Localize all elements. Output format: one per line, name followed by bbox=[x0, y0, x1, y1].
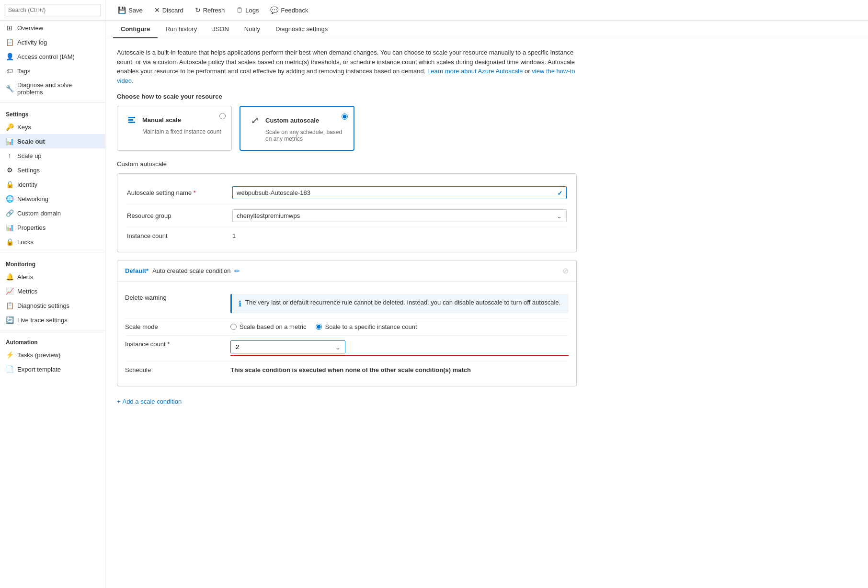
discard-button[interactable]: ✕ Discard bbox=[149, 4, 188, 16]
sidebar-item-properties[interactable]: 📊 Properties bbox=[0, 220, 105, 235]
autoscale-name-input[interactable] bbox=[232, 186, 567, 199]
monitoring-section-label: Monitoring bbox=[0, 255, 105, 270]
info-icon: ℹ bbox=[239, 299, 241, 308]
sidebar-item-metrics[interactable]: 📈 Metrics bbox=[0, 284, 105, 298]
sidebar-item-live-trace[interactable]: 🔄 Live trace settings bbox=[0, 313, 105, 327]
autoscale-name-control: ✓ bbox=[232, 186, 567, 199]
scale-mode-options: Scale based on a metric Scale to a speci… bbox=[230, 323, 569, 330]
scale-out-label: Scale out bbox=[17, 138, 45, 145]
resource-group-select[interactable]: chenyltestpremiumwps bbox=[232, 209, 567, 222]
alerts-label: Alerts bbox=[17, 273, 33, 281]
schedule-value: This scale condition is executed when no… bbox=[230, 366, 569, 373]
autoscale-name-row: Autoscale setting name * ✓ bbox=[127, 181, 567, 204]
schedule-text: This scale condition is executed when no… bbox=[230, 366, 471, 373]
scale-mode-radio-group: Scale based on a metric Scale to a speci… bbox=[230, 323, 569, 330]
scale-metric-radio[interactable] bbox=[230, 324, 237, 330]
tab-configure[interactable]: Configure bbox=[113, 21, 158, 38]
add-scale-condition-link[interactable]: + Add a scale condition bbox=[117, 398, 182, 405]
nav-diagnose[interactable]: 🔧 Diagnose and solve problems bbox=[0, 78, 105, 99]
sidebar-item-alerts[interactable]: 🔔 Alerts bbox=[0, 270, 105, 284]
save-icon: 💾 bbox=[118, 6, 126, 14]
feedback-button[interactable]: 💬 Feedback bbox=[265, 4, 313, 16]
sidebar-item-tasks[interactable]: ⚡ Tasks (preview) bbox=[0, 348, 105, 362]
custom-domain-icon: 🔗 bbox=[6, 209, 13, 217]
save-button[interactable]: 💾 Save bbox=[113, 4, 148, 16]
nav-tags-label: Tags bbox=[17, 68, 30, 75]
instance-count-select[interactable]: 2 1 3 4 5 bbox=[230, 340, 345, 353]
condition-default-label: Default* bbox=[125, 267, 148, 274]
scale-out-icon: 📊 bbox=[6, 137, 13, 145]
feedback-icon: 💬 bbox=[270, 6, 278, 14]
identity-icon: 🔒 bbox=[6, 181, 13, 188]
sidebar-item-diagnostic-settings[interactable]: 📋 Diagnostic settings bbox=[0, 298, 105, 313]
tab-json[interactable]: JSON bbox=[205, 21, 237, 38]
diagnostic-settings-label: Diagnostic settings bbox=[17, 302, 69, 309]
resource-group-label: Resource group bbox=[127, 212, 232, 219]
manual-scale-header: Manual scale bbox=[125, 114, 224, 125]
custom-autoscale-title: Custom autoscale bbox=[265, 117, 319, 124]
nav-overview[interactable]: ⊞ Overview bbox=[0, 21, 105, 35]
schedule-row: Schedule This scale condition is execute… bbox=[125, 362, 569, 378]
logs-icon: 🗒 bbox=[236, 6, 243, 14]
keys-icon: 🔑 bbox=[6, 123, 13, 131]
learn-more-link[interactable]: Learn more about Azure Autoscale bbox=[427, 68, 523, 75]
sidebar-item-networking[interactable]: 🌐 Networking bbox=[0, 192, 105, 206]
keys-label: Keys bbox=[17, 124, 31, 131]
sidebar-item-keys[interactable]: 🔑 Keys bbox=[0, 120, 105, 134]
nav-overview-label: Overview bbox=[17, 24, 43, 32]
networking-icon: 🌐 bbox=[6, 195, 13, 203]
condition-delete-icon[interactable]: ⊘ bbox=[562, 266, 569, 275]
nav-activity-log[interactable]: 📋 Activity log bbox=[0, 35, 105, 49]
condition-instance-count-label: Instance count * bbox=[125, 340, 230, 348]
custom-autoscale-desc: Scale on any schedule, based on any metr… bbox=[248, 129, 346, 142]
custom-autoscale-radio[interactable] bbox=[342, 113, 348, 121]
nav-access-control-label: Access control (IAM) bbox=[17, 53, 75, 60]
custom-autoscale-card[interactable]: ⤢ Custom autoscale Scale on any schedule… bbox=[240, 106, 354, 151]
nav-activity-log-label: Activity log bbox=[17, 39, 47, 46]
networking-label: Networking bbox=[17, 195, 48, 203]
scale-mode-row: Scale mode Scale based on a metric Scale… bbox=[125, 318, 569, 336]
tab-run-history[interactable]: Run history bbox=[158, 21, 205, 38]
add-condition-plus: + bbox=[117, 398, 121, 405]
sidebar-item-settings[interactable]: ⚙ Settings bbox=[0, 163, 105, 177]
custom-domain-label: Custom domain bbox=[17, 210, 61, 217]
description-text: Autoscale is a built-in feature that hel… bbox=[117, 48, 577, 85]
scale-options: Manual scale Maintain a fixed instance c… bbox=[117, 106, 857, 151]
instance-count-value: 1 bbox=[232, 232, 567, 239]
sidebar-item-locks[interactable]: 🔒 Locks bbox=[0, 235, 105, 249]
scale-up-label: Scale up bbox=[17, 152, 42, 159]
instance-count-row: Instance count 1 bbox=[127, 227, 567, 244]
tab-notify[interactable]: Notify bbox=[237, 21, 268, 38]
sidebar-item-custom-domain[interactable]: 🔗 Custom domain bbox=[0, 206, 105, 220]
refresh-button[interactable]: ↻ Refresh bbox=[190, 4, 230, 16]
sidebar-item-scale-up[interactable]: ↑ Scale up bbox=[0, 148, 105, 163]
search-input[interactable] bbox=[4, 4, 101, 16]
tab-diagnostic-settings[interactable]: Diagnostic settings bbox=[268, 21, 335, 38]
nav-tags[interactable]: 🏷 Tags bbox=[0, 64, 105, 78]
scale-specific-label: Scale to a specific instance count bbox=[325, 323, 417, 330]
scale-metric-label: Scale based on a metric bbox=[240, 323, 306, 330]
manual-scale-title: Manual scale bbox=[142, 116, 181, 124]
metrics-icon: 📈 bbox=[6, 287, 13, 295]
scale-specific-option[interactable]: Scale to a specific instance count bbox=[316, 323, 417, 330]
condition-auto-label: Auto created scale condition bbox=[152, 267, 230, 274]
sidebar-item-scale-out[interactable]: 📊 Scale out bbox=[0, 134, 105, 148]
manual-scale-radio[interactable] bbox=[219, 113, 226, 121]
resource-group-row: Resource group chenyltestpremiumwps bbox=[127, 204, 567, 227]
manual-scale-card[interactable]: Manual scale Maintain a fixed instance c… bbox=[117, 106, 232, 151]
properties-label: Properties bbox=[17, 224, 46, 231]
refresh-label: Refresh bbox=[203, 7, 225, 14]
scale-specific-radio[interactable] bbox=[316, 324, 322, 330]
sidebar: ⊞ Overview 📋 Activity log 👤 Access contr… bbox=[0, 0, 105, 588]
autoscale-form-box: Autoscale setting name * ✓ Resource grou… bbox=[117, 173, 577, 252]
activity-log-icon: 📋 bbox=[6, 38, 13, 46]
logs-button[interactable]: 🗒 Logs bbox=[231, 4, 263, 16]
nav-access-control[interactable]: 👤 Access control (IAM) bbox=[0, 49, 105, 64]
tasks-label: Tasks (preview) bbox=[17, 351, 60, 359]
scale-metric-option[interactable]: Scale based on a metric bbox=[230, 323, 306, 330]
sidebar-item-identity[interactable]: 🔒 Identity bbox=[0, 177, 105, 192]
sidebar-item-export[interactable]: 📄 Export template bbox=[0, 362, 105, 376]
overview-icon: ⊞ bbox=[6, 24, 13, 32]
condition-edit-icon[interactable]: ✏ bbox=[234, 267, 240, 275]
export-icon: 📄 bbox=[6, 365, 13, 373]
